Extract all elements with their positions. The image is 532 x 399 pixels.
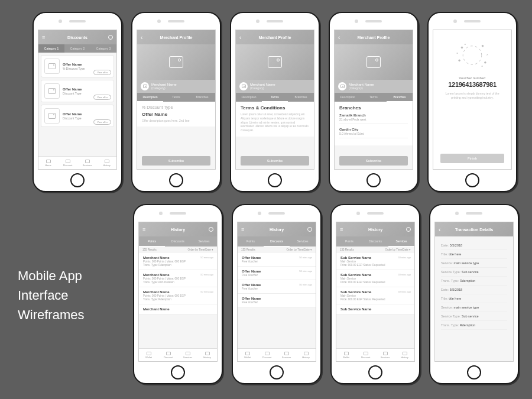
tab-discounts[interactable]: Discounts: [264, 236, 290, 246]
tab-points[interactable]: Points: [336, 236, 362, 246]
order-by-dropdown[interactable]: Order by Time/Date ▾: [187, 248, 213, 251]
header-title: Transaction Details: [455, 228, 493, 232]
offer-card[interactable]: Offer Name% Discount Type View offer: [41, 55, 114, 77]
tabbar-wallet[interactable]: Wallet: [336, 349, 356, 361]
history-item[interactable]: Sub Service Name: [336, 304, 414, 314]
home-button-icon[interactable]: [171, 365, 185, 379]
offer-card[interactable]: Offer NameDiscount Type View offer: [41, 105, 114, 127]
history-item[interactable]: 50 mins agoSub Service NameMain ServiceP…: [336, 253, 414, 270]
tab-branches[interactable]: Branches: [387, 93, 413, 102]
history-item[interactable]: 50 mins agoMerchant NamePoints: 000 Poin…: [139, 287, 217, 304]
home-button-icon[interactable]: [169, 173, 183, 187]
tab-discounts[interactable]: Discounts: [362, 236, 388, 246]
header-title: Merchant Profile: [358, 35, 390, 40]
tabbar-services[interactable]: Services: [375, 349, 395, 361]
tab-points[interactable]: Points: [238, 236, 264, 246]
tab-category[interactable]: Category 3: [90, 44, 116, 53]
history-item[interactable]: 50 mins ago Sub Service NameMain Service…: [336, 287, 414, 304]
back-icon[interactable]: ‹: [338, 34, 340, 41]
home-button-icon[interactable]: [465, 173, 479, 187]
view-offer-button[interactable]: View offer: [93, 70, 111, 75]
tab-branches[interactable]: Branches: [288, 93, 314, 102]
menu-icon[interactable]: ≡: [340, 226, 343, 232]
tabbar-history[interactable]: History: [395, 349, 414, 361]
discount-percent: % Discount Type: [142, 105, 210, 109]
merchant-avatar-icon: [338, 82, 346, 90]
notification-icon[interactable]: [209, 227, 213, 232]
subscribe-button[interactable]: Subscribe: [339, 156, 408, 166]
home-button-icon[interactable]: [368, 365, 382, 379]
back-icon[interactable]: ‹: [239, 34, 241, 41]
tab-points[interactable]: Points: [139, 236, 165, 246]
detail-row: Trans. Type: Rdemption: [441, 277, 507, 286]
tab-services[interactable]: Services: [191, 236, 217, 246]
back-icon[interactable]: ‹: [141, 34, 142, 41]
offer-image-icon: [44, 59, 60, 74]
tab-description[interactable]: Description: [137, 93, 163, 102]
tabbar-discount[interactable]: Discount: [356, 349, 375, 361]
header-title: History: [270, 228, 284, 232]
detail-row: Title: title here: [441, 250, 507, 259]
view-offer-button[interactable]: View offer: [93, 95, 111, 100]
tab-bar: Home Discount Services History: [38, 156, 116, 169]
menu-icon[interactable]: ≡: [142, 226, 145, 232]
offer-card[interactable]: Offer NameDiscount Type View offer: [41, 80, 114, 102]
tabbar-wallet[interactable]: Wallet: [139, 349, 158, 361]
history-item[interactable]: 50 mins agoOffer NameFree Voucher: [238, 253, 316, 267]
back-icon[interactable]: ‹: [439, 226, 440, 233]
history-item[interactable]: 50 mins agoMerchant NamePoints: 000 Poin…: [139, 253, 217, 270]
tabbar-history[interactable]: History: [296, 349, 316, 361]
tab-discounts[interactable]: Discounts: [165, 236, 191, 246]
order-by-dropdown[interactable]: Order by Time/Date ▾: [286, 248, 312, 251]
tabbar-history[interactable]: History: [97, 157, 116, 169]
history-item[interactable]: Merchant Name: [139, 304, 217, 314]
notification-icon[interactable]: [108, 35, 113, 40]
tabbar-discount[interactable]: Discount: [58, 157, 77, 169]
notification-icon[interactable]: [406, 227, 411, 232]
tab-category[interactable]: Category 2: [64, 44, 90, 53]
tabbar-home[interactable]: Home: [38, 157, 58, 169]
tab-description[interactable]: Description: [236, 93, 262, 102]
tab-description[interactable]: Description: [335, 93, 361, 102]
tabbar-services[interactable]: Services: [77, 157, 97, 169]
branch-item[interactable]: Gardin City5.0 Ahmed al Edrsi: [339, 128, 408, 138]
home-button-icon[interactable]: [366, 173, 381, 187]
tab-terms[interactable]: Terms: [262, 93, 288, 102]
home-button-icon[interactable]: [70, 173, 85, 187]
tabbar-services[interactable]: Services: [178, 349, 197, 361]
terms-title: Terms & Conditions: [241, 105, 309, 111]
offer-description: Offer description goes here. 2nd line: [142, 119, 210, 123]
svg-point-1: [461, 47, 463, 48]
tabbar-discount[interactable]: Discount: [158, 349, 178, 361]
home-button-icon[interactable]: [270, 365, 284, 379]
home-button-icon[interactable]: [268, 173, 282, 187]
subscribe-button[interactable]: Subscribe: [241, 156, 309, 166]
history-item[interactable]: 50 mins agoMerchant NamePoints: 000 Poin…: [139, 270, 217, 287]
subscribe-button[interactable]: Subscribe: [142, 156, 210, 166]
phone-history-points: ≡History Points Discounts Services 135 R…: [133, 204, 223, 384]
tabbar-wallet[interactable]: Wallet: [238, 349, 257, 361]
view-offer-button[interactable]: View offer: [93, 119, 111, 125]
history-item[interactable]: Offer NameFree Voucher: [238, 294, 316, 307]
tab-services[interactable]: Services: [388, 236, 414, 246]
tabbar-services[interactable]: Services: [277, 349, 296, 361]
tab-services[interactable]: Services: [290, 236, 316, 246]
tab-terms[interactable]: Terms: [163, 93, 189, 102]
history-item[interactable]: 50 mins agoOffer NameFree Voucher: [238, 280, 316, 294]
tab-terms[interactable]: Terms: [361, 93, 387, 102]
tab-category[interactable]: Category 1: [38, 44, 64, 53]
tabbar-discount[interactable]: Discount: [257, 349, 277, 361]
branch-item[interactable]: Zamalik Branch21 abo-el Feda west: [339, 113, 408, 124]
tab-branches[interactable]: Branches: [189, 93, 215, 102]
offer-image-icon: [44, 83, 60, 99]
history-item[interactable]: 50 mins agoOffer NameFree Voucher: [238, 267, 316, 280]
order-by-dropdown[interactable]: Order by Time/Date ▾: [385, 248, 411, 251]
merchant-hero: [137, 44, 215, 80]
history-item[interactable]: 50 mins agoSub Service NameMain ServiceP…: [336, 270, 414, 287]
menu-icon[interactable]: ≡: [241, 226, 244, 232]
home-button-icon[interactable]: [467, 365, 481, 379]
notification-icon[interactable]: [307, 227, 312, 232]
finish-button[interactable]: Finish: [440, 154, 504, 163]
tabbar-history[interactable]: History: [197, 349, 217, 361]
menu-icon[interactable]: ≡: [42, 34, 45, 40]
